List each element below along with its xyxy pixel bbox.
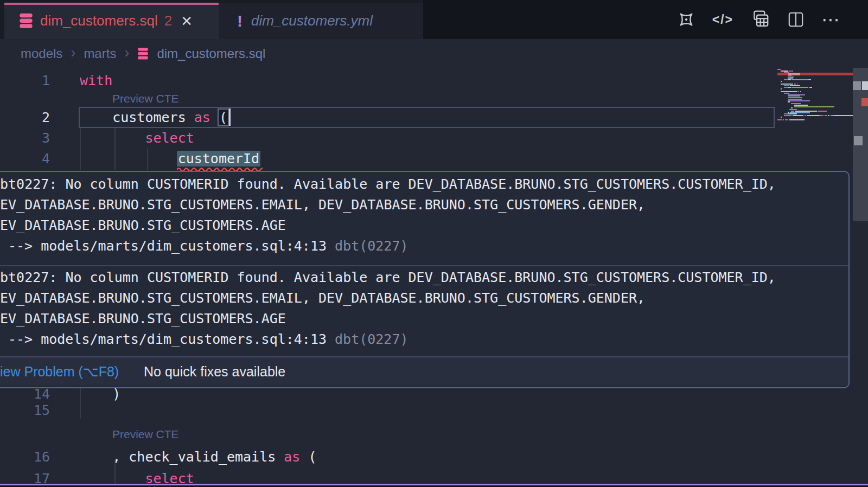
keyword-token: select xyxy=(145,130,194,146)
minimap-line-segment xyxy=(784,79,787,80)
diagnostic-location[interactable]: --> models/marts/dim_customers.sql:4:13 … xyxy=(0,236,848,257)
code-line-1[interactable]: 1with xyxy=(0,71,760,91)
code-token: ) xyxy=(112,386,120,402)
minimap-line-segment xyxy=(789,71,791,72)
no-quick-fixes-label: No quick fixes available xyxy=(144,364,285,380)
minimap-line-segment xyxy=(777,119,782,120)
minimap-line-segment xyxy=(792,71,793,72)
diagnostic-location[interactable]: --> models/marts/dim_customers.sql:4:13 … xyxy=(0,329,848,350)
line-number: 4 xyxy=(0,149,50,169)
indent-guide xyxy=(147,149,148,170)
vscode-window: </> ⋯ xyxy=(0,0,868,487)
breadcrumb: models › marts › dim_customers.sql xyxy=(0,40,868,68)
tab-dim-customers-sql[interactable]: dim_customers.sql 2 ✕ xyxy=(4,3,219,39)
tab-dim-customers-yml[interactable]: ! dim_customers.yml xyxy=(219,3,423,39)
diagnostic-message-1: bt0227: No column CUSTOMERID found. Avai… xyxy=(0,172,848,265)
code-line-3[interactable]: 3 select xyxy=(0,128,760,149)
code-token: , check_valid_emails xyxy=(112,449,284,465)
indent-guide xyxy=(114,460,116,487)
minimap-line-segment xyxy=(784,87,787,88)
ruler-mark xyxy=(853,81,861,90)
diagnostic-text-line: bt0227: No column CUSTOMERID found. Avai… xyxy=(0,174,848,195)
editor-actions-toolbar: </> ⋯ xyxy=(423,0,868,39)
current-line-highlight xyxy=(79,107,775,128)
dbt-logo-icon[interactable] xyxy=(676,10,696,29)
line-number: 2 xyxy=(0,107,50,128)
close-icon[interactable]: ✕ xyxy=(181,14,193,28)
code-token: ( xyxy=(300,449,316,465)
breadcrumb-file[interactable]: dim_customers.sql xyxy=(157,46,265,61)
breadcrumb-segment-models[interactable]: models xyxy=(21,46,62,61)
minimap-line-segment xyxy=(781,88,782,89)
minimap-line-segment xyxy=(781,117,782,118)
codelens-preview-cte[interactable]: Preview CTE xyxy=(112,91,179,107)
codelens-preview-cte[interactable]: Preview CTE xyxy=(112,426,179,443)
view-problem-link[interactable]: iew Problem (⌥F8) xyxy=(0,364,119,380)
code-line-15[interactable]: 15 xyxy=(0,400,760,421)
minimap-line-segment xyxy=(789,119,805,120)
minimap-line-segment xyxy=(820,115,824,116)
breadcrumb-segment-marts[interactable]: marts xyxy=(84,46,116,61)
line-content: select xyxy=(80,128,194,149)
diagnostic-text-line: EV_DATABASE.BRUNO.STG_CUSTOMERS.EMAIL, D… xyxy=(0,195,848,215)
minimap-line-segment xyxy=(788,87,791,88)
keyword-token: with xyxy=(80,73,112,88)
tab-title: dim_customers.sql xyxy=(40,12,158,29)
minimap-line-segment xyxy=(831,115,835,116)
ruler-mark xyxy=(861,98,868,106)
minimap-line-segment xyxy=(797,91,799,92)
line-number: 16 xyxy=(0,447,50,467)
query-results-icon[interactable] xyxy=(750,9,770,30)
diagnostic-source: dbt(0227) xyxy=(327,238,409,254)
diagnostic-source: dbt(0227) xyxy=(327,331,409,347)
database-icon xyxy=(19,13,33,29)
code-line-4[interactable]: 4 customerId xyxy=(0,149,760,169)
warning-exclamation-icon: ! xyxy=(237,12,242,30)
minimap-line-segment xyxy=(818,111,827,112)
minimap-line-segment xyxy=(793,115,803,116)
minimap-line-segment xyxy=(792,79,807,80)
diagnostic-text-line: EV_DATABASE.BRUNO.STG_CUSTOMERS.AGE xyxy=(0,309,848,329)
split-editor-icon[interactable] xyxy=(787,10,805,29)
minimap-line-segment xyxy=(792,87,808,88)
minimap-line-segment xyxy=(809,87,812,88)
indent-guide xyxy=(114,128,116,170)
hover-status-bar: iew Problem (⌥F8) No quick fixes availab… xyxy=(0,356,848,386)
database-icon xyxy=(137,47,149,60)
minimap-line-segment xyxy=(805,115,806,116)
chevron-right-icon: › xyxy=(124,44,129,61)
overview-ruler xyxy=(853,0,868,487)
line-number: 15 xyxy=(0,400,50,421)
diagnostic-text-line: bt0227: No column CUSTOMERID found. Avai… xyxy=(0,267,848,288)
minimap-line-segment xyxy=(794,106,834,107)
indent-guide xyxy=(80,128,81,170)
minimap-line-segment xyxy=(825,115,827,116)
error-highlighted-token: customerId xyxy=(177,151,261,166)
minimap-line-segment xyxy=(788,101,790,102)
code-line-16[interactable]: 16 , check_valid_emails as ( xyxy=(0,447,760,467)
minimap-line-segment xyxy=(783,119,784,120)
code-preview-icon[interactable]: </> xyxy=(712,12,733,27)
minimap-line-segment xyxy=(788,100,810,101)
error-hover-popup: bt0227: No column CUSTOMERID found. Avai… xyxy=(0,171,850,388)
diagnostic-text-line: EV_DATABASE.BRUNO.STG_CUSTOMERS.EMAIL, D… xyxy=(0,288,848,309)
diagnostic-text-line: EV_DATABASE.BRUNO.STG_CUSTOMERS.AGE xyxy=(0,215,848,236)
tab-title: dim_customers.yml xyxy=(251,12,373,29)
keyword-token: as xyxy=(284,449,300,465)
minimap-line-segment xyxy=(808,79,811,80)
tab-problem-badge: 2 xyxy=(164,12,172,29)
minimap-line-segment xyxy=(807,115,819,116)
line-content: with xyxy=(80,71,112,91)
minimap[interactable] xyxy=(760,68,853,171)
line-number: 1 xyxy=(0,71,50,91)
line-number: 3 xyxy=(0,128,50,149)
minimap-line-segment xyxy=(800,91,801,92)
minimap-line-segment xyxy=(828,115,829,116)
active-tab-accent xyxy=(4,3,219,5)
ruler-mark xyxy=(862,81,868,90)
tab-bar: </> ⋯ xyxy=(0,0,868,39)
minimap-line-segment xyxy=(834,115,853,116)
minimap-line-segment xyxy=(788,79,791,80)
minimap-line-segment xyxy=(784,115,792,116)
minimap-line-segment xyxy=(781,81,782,82)
